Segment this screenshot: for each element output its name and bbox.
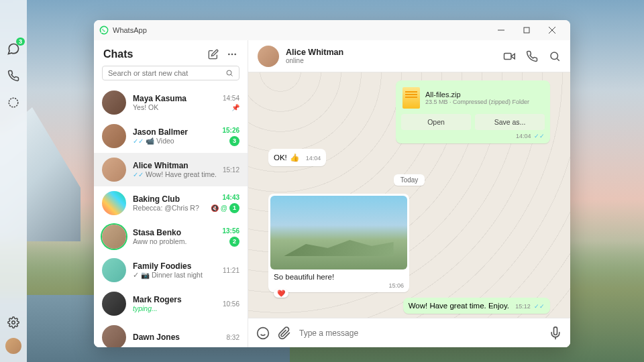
os-taskbar: 3	[0, 0, 27, 362]
chat-avatar	[102, 124, 126, 148]
chat-name: Stasa Benko	[133, 228, 215, 237]
svg-rect-12	[504, 53, 512, 59]
photo-caption: So beautiful here!	[270, 269, 407, 282]
file-save-button[interactable]: Save as...	[475, 114, 545, 130]
chat-name: Jason Ballmer	[133, 127, 215, 137]
new-chat-icon[interactable]	[207, 48, 219, 60]
chat-time: 15:12	[223, 166, 239, 174]
chat-avatar	[102, 225, 126, 249]
message-time: 14:04	[516, 133, 531, 139]
date-divider: Today	[394, 174, 425, 186]
window-titlebar[interactable]: WhatsApp	[94, 20, 570, 40]
svg-point-9	[234, 54, 236, 56]
chat-preview: Aww no problem.	[133, 237, 215, 245]
more-icon[interactable]	[226, 48, 238, 60]
chat-list: Maya KasumaYes! OK14:54📌Jason Ballmer✓✓📹…	[94, 86, 248, 347]
read-ticks-icon: ✓✓	[534, 133, 545, 139]
preview-type-icon: 📷	[141, 271, 150, 280]
chat-avatar	[102, 90, 126, 115]
chat-name: Baking Club	[133, 194, 204, 204]
conversation-header: Alice Whitman online	[248, 40, 570, 72]
text-message[interactable]: Wow! Have great time. Enjoy. 15:12 ✓✓	[403, 298, 550, 314]
chat-time: 14:54	[223, 95, 239, 102]
chat-avatar	[102, 258, 126, 282]
app-window: WhatsApp Chats Maya KasumaYes! OK14:54📌J…	[94, 20, 570, 347]
preview-type-icon: 📹	[146, 137, 154, 145]
message-time: 15:06	[388, 282, 404, 289]
chat-item[interactable]: Mark Rogerstyping...10:56	[94, 287, 248, 320]
profile-avatar[interactable]	[5, 338, 21, 354]
photo-message[interactable]: So beautiful here! 15:06 ❤️	[268, 194, 409, 292]
ticks-icon: ✓✓	[133, 171, 144, 178]
message-text: Wow! Have great time. Enjoy.	[409, 302, 509, 310]
unread-count: 3	[229, 136, 239, 146]
emoji-thumbsup: 👍	[290, 153, 299, 162]
unread-count: 1	[229, 203, 239, 213]
svg-point-8	[231, 54, 233, 56]
chat-preview: typing...	[133, 304, 216, 312]
maximize-button[interactable]	[514, 20, 539, 40]
chat-name: Dawn Jones	[133, 333, 220, 342]
chat-item[interactable]: Baking ClubRebecca: @Chris R?14:43🔇@1	[94, 186, 248, 220]
chat-name: Alice Whitman	[133, 161, 216, 170]
sidebar-title: Chats	[103, 48, 201, 60]
svg-point-10	[227, 70, 231, 75]
search-box[interactable]	[102, 66, 239, 80]
chat-avatar	[102, 191, 126, 215]
svg-rect-4	[524, 27, 529, 33]
message-list[interactable]: All-files.zip 23.5 MB · Compressed (zipp…	[248, 72, 570, 318]
text-message[interactable]: OK! 👍 14:04	[268, 149, 326, 166]
chat-time: 15:26	[222, 127, 239, 134]
unread-badge: 3	[16, 38, 25, 46]
zip-file-icon	[402, 87, 420, 109]
emoji-picker-icon[interactable]	[256, 326, 270, 340]
chat-item[interactable]: Jason Ballmer✓✓📹Video15:263	[94, 119, 248, 153]
svg-point-1	[12, 321, 15, 324]
chat-time: 10:56	[223, 300, 239, 308]
attach-icon[interactable]	[278, 326, 291, 340]
svg-marker-13	[511, 54, 515, 59]
chat-preview: ✓📷Dinner last night	[133, 271, 216, 280]
chat-time: 11:21	[223, 267, 239, 274]
taskbar-chats-icon[interactable]: 3	[5, 40, 22, 58]
voice-call-icon[interactable]	[526, 50, 538, 62]
chat-item[interactable]: Alice Whitman✓✓Wow! Have great time. Enj…	[94, 153, 248, 186]
chat-item[interactable]: Stasa BenkoAww no problem.13:562	[94, 220, 248, 253]
contact-avatar[interactable]	[258, 46, 279, 67]
chat-name: Mark Rogers	[133, 295, 216, 304]
chat-time: 13:56	[222, 227, 239, 235]
taskbar-status-icon[interactable]	[5, 94, 22, 111]
chat-item[interactable]: Maya KasumaYes! OK14:54📌	[94, 86, 248, 119]
chat-time: 8:32	[227, 334, 239, 341]
read-ticks-icon: ✓✓	[534, 303, 545, 310]
taskbar-calls-icon[interactable]	[5, 67, 22, 84]
search-conversation-icon[interactable]	[549, 50, 561, 62]
photo-image[interactable]	[270, 196, 407, 269]
minimize-button[interactable]	[488, 20, 514, 40]
file-message[interactable]: All-files.zip 23.5 MB · Compressed (zipp…	[396, 80, 550, 143]
chat-preview: Yes! OK	[133, 103, 216, 111]
chat-item[interactable]: Family Foodies✓📷Dinner last night11:21	[94, 253, 248, 287]
pinned-icon: 📌	[231, 104, 239, 111]
contact-name: Alice Whitman	[286, 48, 496, 57]
svg-line-15	[557, 58, 559, 60]
chat-name: Family Foodies	[133, 261, 216, 271]
reaction-heart[interactable]: ❤️	[274, 289, 288, 298]
file-open-button[interactable]: Open	[401, 114, 471, 130]
search-input[interactable]	[108, 69, 225, 77]
settings-icon[interactable]	[5, 314, 22, 331]
chat-avatar	[102, 292, 126, 316]
chat-avatar	[102, 325, 126, 347]
close-button[interactable]	[539, 20, 565, 40]
search-icon	[225, 69, 233, 77]
chat-item[interactable]: Dawn Jones8:32	[94, 320, 248, 347]
conversation-panel: Alice Whitman online All-files.zip	[248, 40, 570, 347]
message-time: 15:12	[515, 303, 531, 310]
chat-preview: ✓✓Wow! Have great time. Enjoy.	[133, 170, 216, 178]
video-call-icon[interactable]	[503, 50, 515, 62]
chat-name: Maya Kasuma	[133, 94, 216, 103]
mic-icon[interactable]	[549, 326, 562, 340]
message-input[interactable]	[299, 328, 541, 338]
chat-sidebar: Chats Maya KasumaYes! OK14:54📌Jason Ball…	[94, 40, 248, 347]
muted-icon: 🔇	[211, 204, 219, 212]
